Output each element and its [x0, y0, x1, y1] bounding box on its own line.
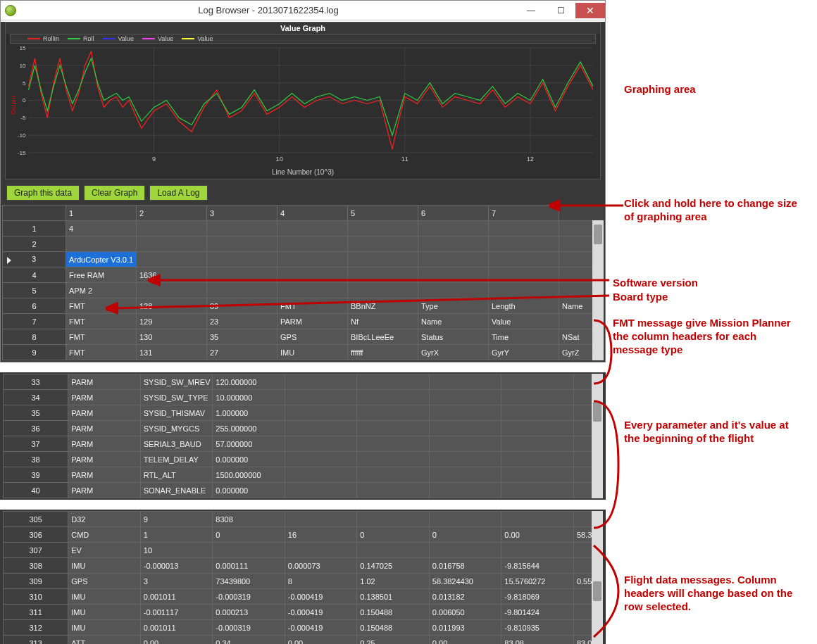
table-row[interactable]: 4Free RAM1636	[3, 267, 604, 283]
cell[interactable]	[418, 283, 489, 298]
clear-graph-button[interactable]: Clear Graph	[84, 185, 145, 201]
table-row[interactable]: 309GPS37343980081.0258.382443015.5760272…	[4, 574, 603, 589]
cell[interactable]: 8	[285, 574, 357, 589]
table-row[interactable]: 312IMU0.001011-0.000319-0.0004190.150488…	[4, 620, 603, 636]
cell[interactable]: 3	[140, 574, 213, 589]
cell[interactable]: 58.3824430	[429, 574, 501, 589]
cell[interactable]: -9.815644	[501, 558, 574, 574]
cell[interactable]: 27	[207, 345, 277, 360]
cell[interactable]: 0.001011	[140, 589, 213, 605]
cell[interactable]	[429, 374, 501, 390]
cell[interactable]: FMT	[66, 314, 137, 329]
cell[interactable]: APM 2	[66, 283, 137, 298]
table-row[interactable]: 35PARMSYSID_THISMAV1.000000	[4, 405, 603, 421]
cell[interactable]	[418, 267, 489, 283]
cell[interactable]	[429, 436, 501, 452]
cell[interactable]	[285, 467, 357, 483]
cell[interactable]	[277, 236, 348, 252]
cell[interactable]: 1636	[137, 267, 207, 283]
cell[interactable]: -9.801424	[501, 605, 574, 620]
table-row[interactable]: 34PARMSYSID_SW_TYPE10.000000	[4, 390, 603, 405]
cell[interactable]	[418, 252, 489, 267]
cell[interactable]	[285, 374, 357, 390]
cell[interactable]: 0.34	[213, 636, 285, 645]
cell[interactable]	[207, 236, 277, 252]
cell[interactable]	[429, 467, 501, 483]
cell[interactable]	[489, 221, 559, 236]
cell[interactable]: -0.000419	[285, 605, 357, 620]
log-table-2[interactable]: 33PARMSYSID_SW_MREV120.00000034PARMSYSID…	[3, 374, 603, 498]
cell[interactable]: PARM	[277, 314, 348, 329]
cell[interactable]	[277, 252, 348, 267]
cell[interactable]: IMU	[277, 345, 348, 360]
cell[interactable]: ffffff	[348, 345, 418, 360]
cell[interactable]: Type	[418, 298, 489, 314]
cell[interactable]: GyrX	[418, 345, 489, 360]
cell[interactable]: GPS	[277, 329, 348, 345]
cell[interactable]	[357, 436, 430, 452]
cell[interactable]: 0.000213	[213, 605, 285, 620]
scrollbar[interactable]	[592, 511, 603, 644]
cell[interactable]: SYSID_MYGCS	[140, 421, 213, 436]
cell[interactable]: IMU	[68, 605, 141, 620]
cell[interactable]: Time	[489, 329, 559, 345]
maximize-button[interactable]: ☐	[546, 3, 575, 18]
cell[interactable]	[348, 221, 418, 236]
cell[interactable]: 0.00	[140, 636, 213, 645]
table-row[interactable]: 311IMU-0.0011170.000213-0.0004190.150488…	[4, 605, 603, 620]
cell[interactable]: -0.000419	[285, 589, 357, 605]
cell[interactable]	[285, 390, 357, 405]
cell[interactable]: 16	[285, 527, 357, 543]
cell[interactable]: 0.00	[501, 527, 574, 543]
cell[interactable]: -0.000419	[285, 620, 357, 636]
cell[interactable]	[277, 221, 348, 236]
cell[interactable]	[357, 421, 430, 436]
cell[interactable]: 0.011993	[429, 620, 501, 636]
scrollbar[interactable]	[592, 220, 604, 360]
cell[interactable]	[357, 405, 430, 421]
cell[interactable]: -9.810935	[501, 620, 574, 636]
cell[interactable]	[207, 283, 277, 298]
table-row[interactable]: 40PARMSONAR_ENABLE0.000000	[4, 483, 603, 498]
cell[interactable]	[501, 374, 574, 390]
cell[interactable]: 0.147025	[357, 558, 430, 574]
cell[interactable]	[207, 221, 277, 236]
cell[interactable]: BIBcLLeeEe	[348, 329, 418, 345]
cell[interactable]: 255.000000	[213, 421, 285, 436]
cell[interactable]: 57.000000	[213, 436, 285, 452]
cell[interactable]	[285, 421, 357, 436]
cell[interactable]: 128	[137, 298, 207, 314]
legend-item[interactable]: Roll	[68, 35, 94, 42]
cell[interactable]	[357, 374, 430, 390]
cell[interactable]: 89	[207, 298, 277, 314]
cell[interactable]: -0.000319	[213, 620, 285, 636]
cell[interactable]	[348, 252, 418, 267]
cell[interactable]: 0	[429, 527, 501, 543]
table-row[interactable]: 313ATT0.000.340.000.250.0083.0883.08	[4, 636, 603, 645]
cell[interactable]: Free RAM	[66, 267, 137, 283]
cell[interactable]	[429, 390, 501, 405]
table-row[interactable]: 310IMU0.001011-0.000319-0.0004190.138501…	[4, 589, 603, 605]
table-row[interactable]: 37PARMSERIAL3_BAUD57.000000	[4, 436, 603, 452]
column-header[interactable]: 7	[489, 206, 559, 221]
cell[interactable]: 1	[140, 527, 213, 543]
cell[interactable]: 0.150488	[357, 620, 430, 636]
cell[interactable]: Length	[489, 298, 559, 314]
cell[interactable]: 8308	[213, 512, 285, 527]
cell[interactable]: 0.000073	[285, 558, 357, 574]
cell[interactable]	[348, 283, 418, 298]
cell[interactable]	[501, 483, 574, 498]
cell[interactable]	[348, 236, 418, 252]
cell[interactable]: -0.000013	[140, 558, 213, 574]
cell[interactable]	[137, 252, 207, 267]
cell[interactable]: 131	[137, 345, 207, 360]
cell[interactable]	[429, 483, 501, 498]
cell[interactable]: PARM	[68, 483, 141, 498]
cell[interactable]: 0	[213, 527, 285, 543]
cell[interactable]: 83.08	[501, 636, 574, 645]
cell[interactable]: IMU	[68, 620, 141, 636]
cell[interactable]: Nf	[348, 314, 418, 329]
cell[interactable]: TELEM_DELAY	[140, 452, 213, 467]
cell[interactable]	[137, 236, 207, 252]
table-row[interactable]: 38PARMTELEM_DELAY0.000000	[4, 452, 603, 467]
